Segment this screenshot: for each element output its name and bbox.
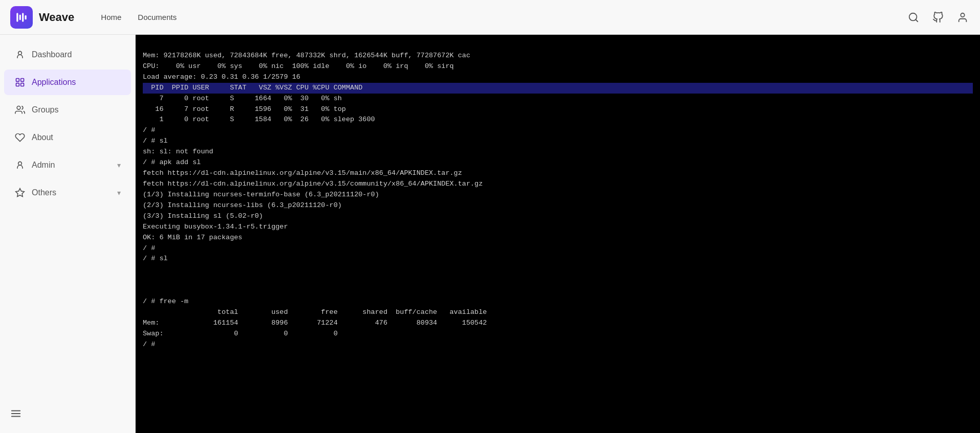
svg-point-6 bbox=[961, 13, 964, 16]
sidebar-admin-label: Admin bbox=[32, 161, 111, 170]
admin-icon bbox=[14, 159, 26, 171]
svg-point-12 bbox=[17, 106, 20, 110]
main-content: Mem: 92178268K used, 72843684K free, 487… bbox=[136, 35, 980, 433]
groups-icon bbox=[14, 104, 26, 116]
sidebar-item-admin[interactable]: Admin ▾ bbox=[4, 152, 131, 178]
svg-rect-0 bbox=[16, 13, 18, 21]
app-logo bbox=[10, 6, 33, 29]
svg-line-5 bbox=[916, 19, 918, 21]
svg-rect-3 bbox=[25, 15, 27, 19]
svg-rect-2 bbox=[22, 13, 24, 21]
svg-point-7 bbox=[18, 51, 22, 55]
svg-point-13 bbox=[18, 162, 22, 165]
svg-rect-11 bbox=[21, 83, 24, 86]
menu-icon[interactable] bbox=[10, 408, 125, 422]
others-icon bbox=[14, 187, 26, 198]
dashboard-icon bbox=[14, 49, 26, 60]
sidebar-dashboard-label: Dashboard bbox=[32, 50, 121, 59]
search-icon[interactable] bbox=[906, 10, 921, 25]
terminal-text: Mem: 92178268K used, 72843684K free, 487… bbox=[143, 52, 973, 348]
body: Dashboard Applications Groups bbox=[0, 35, 980, 433]
header-nav: Home Documents bbox=[101, 13, 177, 21]
others-chevron-icon: ▾ bbox=[117, 189, 121, 197]
sidebar-item-about[interactable]: About bbox=[4, 125, 131, 150]
about-icon bbox=[14, 132, 26, 143]
header-right bbox=[906, 10, 970, 25]
sidebar-bottom bbox=[0, 403, 135, 427]
sidebar-item-dashboard[interactable]: Dashboard bbox=[4, 42, 131, 67]
admin-chevron-icon: ▾ bbox=[117, 161, 121, 169]
sidebar-groups-label: Groups bbox=[32, 105, 121, 115]
svg-rect-10 bbox=[16, 83, 19, 86]
svg-rect-1 bbox=[19, 14, 21, 20]
sidebar-item-others[interactable]: Others ▾ bbox=[4, 180, 131, 206]
sidebar: Dashboard Applications Groups bbox=[0, 35, 136, 433]
header-left: Weave Home Documents bbox=[10, 6, 177, 29]
sidebar-item-applications[interactable]: Applications bbox=[4, 70, 131, 95]
github-icon[interactable] bbox=[931, 10, 945, 25]
app-title: Weave bbox=[39, 11, 74, 24]
sidebar-applications-label: Applications bbox=[32, 78, 121, 87]
sidebar-about-label: About bbox=[32, 133, 121, 142]
svg-rect-9 bbox=[21, 79, 24, 82]
svg-marker-14 bbox=[16, 189, 25, 197]
sidebar-item-groups[interactable]: Groups bbox=[4, 97, 131, 123]
nav-home[interactable]: Home bbox=[101, 13, 121, 21]
applications-icon bbox=[14, 77, 26, 88]
user-icon[interactable] bbox=[955, 10, 970, 25]
svg-rect-8 bbox=[16, 79, 19, 82]
nav-documents[interactable]: Documents bbox=[138, 13, 177, 21]
logo-icon bbox=[15, 11, 28, 24]
terminal-output[interactable]: Mem: 92178268K used, 72843684K free, 487… bbox=[136, 35, 980, 433]
sidebar-others-label: Others bbox=[32, 188, 111, 197]
header: Weave Home Documents bbox=[0, 0, 980, 35]
